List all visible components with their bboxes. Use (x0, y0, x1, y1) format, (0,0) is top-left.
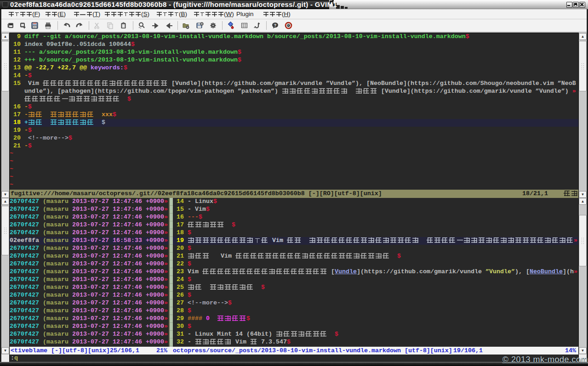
svg-text:?: ? (274, 23, 277, 28)
